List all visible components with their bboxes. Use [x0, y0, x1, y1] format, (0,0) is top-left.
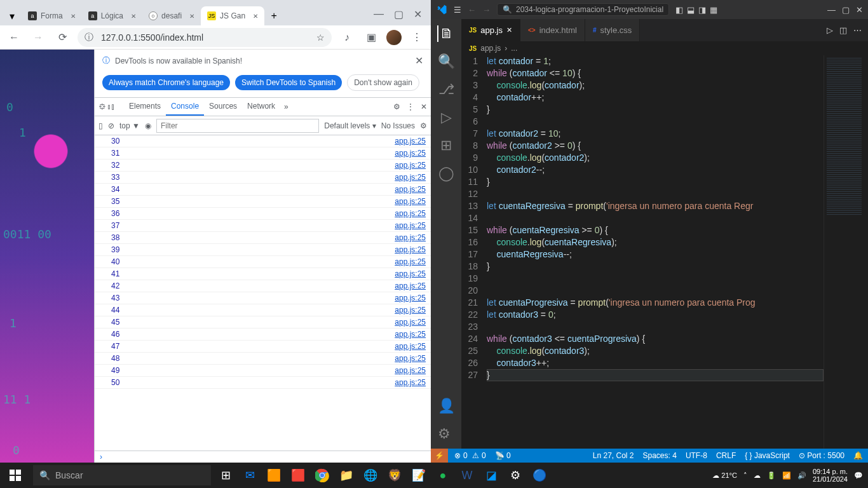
log-source-link[interactable]: app.js:25 — [395, 269, 426, 278]
inspect-icon[interactable]: ⯐ — [98, 102, 106, 111]
issues-label[interactable]: No Issues — [381, 121, 415, 130]
brave-icon[interactable]: 🦁 — [385, 466, 404, 485]
close-icon[interactable]: ✕ — [856, 5, 863, 15]
vscode-taskbar-icon[interactable]: ◪ — [482, 466, 501, 485]
reload-button[interactable]: ⟳ — [53, 29, 71, 46]
eol-label[interactable]: CRLF — [716, 451, 736, 460]
maximize-icon[interactable]: ▢ — [394, 8, 403, 20]
settings-icon[interactable]: ⚙ — [506, 466, 525, 485]
chip-switch-spanish[interactable]: Switch DevTools to Spanish — [235, 75, 342, 90]
chrome-tab[interactable]: aForma✕ — [22, 6, 82, 25]
log-source-link[interactable]: app.js:25 — [395, 342, 426, 351]
music-icon[interactable]: ♪ — [338, 29, 356, 46]
forward-button[interactable]: → — [29, 29, 47, 46]
log-source-link[interactable]: app.js:25 — [395, 306, 426, 315]
close-icon[interactable]: ✕ — [414, 8, 422, 20]
split-icon[interactable]: ◫ — [839, 25, 847, 35]
language-label[interactable]: { } JavaScript — [745, 451, 790, 460]
log-source-link[interactable]: app.js:25 — [395, 354, 426, 363]
console-prompt[interactable]: › — [95, 451, 431, 463]
battery-icon[interactable]: 🔋 — [767, 471, 776, 480]
ports-icon[interactable]: 📡 0 — [495, 451, 511, 460]
tab-close-icon[interactable]: ✕ — [506, 26, 512, 34]
chrome-icon[interactable] — [313, 466, 332, 485]
log-source-link[interactable]: app.js:25 — [395, 149, 426, 158]
new-tab-button[interactable]: + — [264, 6, 283, 25]
indent-label[interactable]: Spaces: 4 — [643, 451, 677, 460]
tab-close-icon[interactable]: ✕ — [253, 13, 258, 20]
chrome-alt-icon[interactable]: 🔵 — [530, 466, 549, 485]
console-settings-icon[interactable]: ⚙ — [420, 121, 427, 130]
clock[interactable]: 09:14 p. m. 21/01/2024 — [813, 468, 848, 483]
command-center[interactable]: 🔍 2034-logica-programacion-1-ProyectoIni… — [497, 3, 669, 16]
problems-button[interactable]: ⊗ 0 ⚠ 0 — [454, 451, 486, 460]
liveserver-port[interactable]: ⊙ Port : 5500 — [799, 451, 844, 460]
weather-widget[interactable]: ☁ 21°C — [712, 471, 737, 480]
chrome-tab[interactable]: JSJS Gan✕ — [201, 6, 264, 25]
layout-right-icon[interactable]: ◨ — [698, 5, 706, 15]
banner-close-icon[interactable]: ✕ — [415, 55, 423, 67]
menu-icon[interactable]: ⋮ — [408, 29, 426, 46]
debug-icon[interactable]: ▷ — [441, 109, 452, 126]
chrome-tab[interactable]: ○desafi✕ — [142, 6, 201, 25]
tab-close-icon[interactable]: ✕ — [189, 13, 194, 20]
search-icon[interactable]: 🔍 — [438, 53, 455, 70]
wifi-icon[interactable]: 📶 — [782, 471, 791, 480]
console-filter-input[interactable] — [156, 119, 319, 133]
notifications-icon[interactable]: 🔔 — [853, 451, 863, 460]
layout-left-icon[interactable]: ◧ — [675, 5, 683, 15]
explorer-icon[interactable]: 📁 — [337, 466, 356, 485]
log-source-link[interactable]: app.js:25 — [395, 378, 426, 387]
extensions-icon[interactable]: ⊞ — [440, 137, 452, 154]
log-source-link[interactable]: app.js:25 — [395, 209, 426, 218]
log-source-link[interactable]: app.js:25 — [395, 197, 426, 206]
minimize-icon[interactable]: — — [827, 5, 836, 15]
star-icon[interactable]: ☆ — [316, 32, 325, 43]
log-source-link[interactable]: app.js:25 — [395, 185, 426, 194]
app-icon[interactable]: 🟧 — [264, 466, 283, 485]
menu-icon[interactable]: ☰ — [454, 5, 461, 15]
word-icon[interactable]: W — [458, 466, 477, 485]
spotify-icon[interactable]: ● — [433, 466, 452, 485]
notification-icon[interactable]: 💬 — [854, 471, 863, 480]
devtools-menu-icon[interactable]: ⋮ — [407, 102, 414, 111]
devtools-tab-network[interactable]: Network — [242, 98, 280, 116]
log-source-link[interactable]: app.js:25 — [395, 233, 426, 242]
editor-tab[interactable]: JSapp.js✕ — [461, 19, 520, 41]
chip-dont-show[interactable]: Don't show again — [347, 74, 419, 91]
log-source-link[interactable]: app.js:25 — [395, 221, 426, 230]
encoding-label[interactable]: UTF-8 — [686, 451, 707, 460]
taskbar-search[interactable]: 🔍 Buscar — [33, 465, 211, 485]
log-source-link[interactable]: app.js:25 — [395, 366, 426, 375]
volume-icon[interactable]: 🔊 — [797, 471, 806, 480]
context-selector[interactable]: top ▼ — [119, 121, 140, 130]
explorer-icon[interactable]: 🗎 — [437, 25, 454, 42]
remote-icon[interactable]: ⚡ — [431, 449, 448, 463]
log-source-link[interactable]: app.js:25 — [395, 330, 426, 339]
log-source-link[interactable]: app.js:25 — [395, 281, 426, 290]
mail-icon[interactable]: ✉ — [240, 466, 259, 485]
log-source-link[interactable]: app.js:25 — [395, 137, 426, 146]
log-source-link[interactable]: app.js:25 — [395, 161, 426, 170]
nav-fwd-icon[interactable]: → — [482, 5, 491, 15]
start-button[interactable] — [0, 466, 31, 485]
sidebar-toggle-icon[interactable]: ▯ — [98, 121, 103, 130]
log-source-link[interactable]: app.js:25 — [395, 294, 426, 302]
code-editor[interactable]: let contador = 1;while (contador <= 10) … — [487, 55, 824, 449]
devtools-tab-elements[interactable]: Elements — [124, 98, 166, 116]
settings-gear-icon[interactable]: ⚙ — [438, 426, 455, 442]
edge-icon[interactable]: 🌐 — [361, 466, 380, 485]
edge-icon[interactable]: ◯ — [438, 165, 454, 182]
tab-close-icon[interactable]: ✕ — [131, 13, 136, 20]
app-icon[interactable]: 🟥 — [288, 466, 308, 485]
more-tabs-icon[interactable]: » — [284, 102, 288, 111]
clear-console-icon[interactable]: ⊘ — [108, 121, 114, 130]
devtools-tab-console[interactable]: Console — [166, 98, 204, 116]
editor-tab[interactable]: <>index.html — [520, 19, 585, 41]
layout-grid-icon[interactable]: ▦ — [710, 5, 717, 15]
breadcrumb[interactable]: JS app.js › ... — [461, 41, 868, 55]
chrome-tab[interactable]: aLógica✕ — [82, 6, 142, 25]
log-levels-selector[interactable]: Default levels ▾ — [324, 121, 376, 130]
tray-chevron-icon[interactable]: ˄ — [743, 471, 747, 480]
log-source-link[interactable]: app.js:25 — [395, 257, 426, 266]
